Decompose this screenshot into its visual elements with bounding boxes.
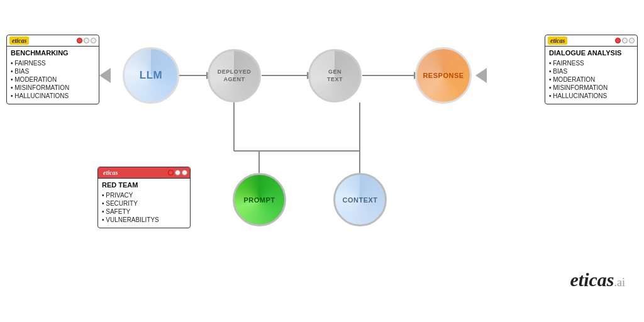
maximize-icon[interactable] <box>182 170 187 175</box>
response-label: RESPONSE <box>423 72 464 79</box>
list-item: BIAS <box>11 67 95 75</box>
close-icon[interactable] <box>615 38 621 43</box>
maximize-icon[interactable] <box>91 38 96 43</box>
context-label: CONTEXT <box>342 196 377 204</box>
minimize-icon[interactable] <box>175 170 180 175</box>
prompt-label: PROMPT <box>243 196 275 204</box>
eticas-logo: eticas.ai <box>570 269 625 291</box>
diagram-container: eticas BENCHMARKING FAIRNESS BIAS MODERA… <box>0 0 644 322</box>
close-icon[interactable] <box>168 170 174 175</box>
benchmarking-titlebar: eticas <box>7 35 99 47</box>
list-item: SAFETY <box>102 208 186 216</box>
deployed-agent-label: DEPLOYEDAGENT <box>218 69 252 83</box>
llm-node: LLM <box>123 47 179 104</box>
gentext-label: GENTEXT <box>327 69 343 83</box>
gentext-node: GENTEXT <box>308 49 362 103</box>
card-controls <box>77 38 96 43</box>
minimize-icon[interactable] <box>84 38 89 43</box>
list-item: HALLUCINATIONS <box>549 92 633 100</box>
list-item: FAIRNESS <box>11 59 95 67</box>
list-item: MISINFORMATION <box>11 84 95 92</box>
redteam-list: PRIVACY SECURITY SAFETY VULNERABILITYS <box>98 190 190 228</box>
logo-ai: .ai <box>614 276 626 289</box>
list-item: SECURITY <box>102 199 186 208</box>
list-item: VULNERABILITYS <box>102 216 186 224</box>
redteam-card: eticas RED TEAM PRIVACY SECURITY SAFETY … <box>97 167 191 228</box>
context-node: CONTEXT <box>333 173 387 226</box>
list-item: FAIRNESS <box>549 59 633 67</box>
dialogue-titlebar: eticas <box>545 35 637 47</box>
benchmarking-logo: eticas <box>9 36 29 45</box>
arrow-to-llm <box>99 68 111 83</box>
list-item: BIAS <box>549 67 633 75</box>
minimize-icon[interactable] <box>622 38 628 43</box>
prompt-node: PROMPT <box>233 173 286 226</box>
close-icon[interactable] <box>77 38 82 43</box>
benchmarking-card: eticas BENCHMARKING FAIRNESS BIAS MODERA… <box>6 35 99 104</box>
deployed-agent-node: DEPLOYEDAGENT <box>208 49 261 103</box>
card-controls-dialogue <box>615 38 635 43</box>
redteam-title: RED TEAM <box>98 179 190 190</box>
benchmarking-list: FAIRNESS BIAS MODERATION MISINFORMATION … <box>7 58 99 104</box>
benchmarking-title: BENCHMARKING <box>7 47 99 58</box>
list-item: PRIVACY <box>102 191 186 199</box>
dialogue-title: DIALOGUE ANALYSIS <box>545 47 637 58</box>
logo-text: eticas <box>570 269 614 290</box>
dialogue-logo: eticas <box>548 36 567 45</box>
redteam-titlebar: eticas <box>98 167 190 179</box>
main-container: eticas BENCHMARKING FAIRNESS BIAS MODERA… <box>0 0 644 322</box>
list-item: MODERATION <box>11 75 95 84</box>
list-item: HALLUCINATIONS <box>11 92 95 100</box>
redteam-logo: eticas <box>101 169 120 177</box>
dialogue-list: FAIRNESS BIAS MODERATION MISINFORMATION … <box>545 58 637 104</box>
card-controls-red <box>168 170 187 175</box>
llm-label: LLM <box>140 69 162 82</box>
response-node: RESPONSE <box>415 47 472 104</box>
list-item: MODERATION <box>549 75 633 84</box>
arrow-from-response <box>475 68 487 83</box>
maximize-icon[interactable] <box>629 38 635 43</box>
dialogue-card: eticas DIALOGUE ANALYSIS FAIRNESS BIAS M… <box>545 35 638 104</box>
list-item: MISINFORMATION <box>549 84 633 92</box>
